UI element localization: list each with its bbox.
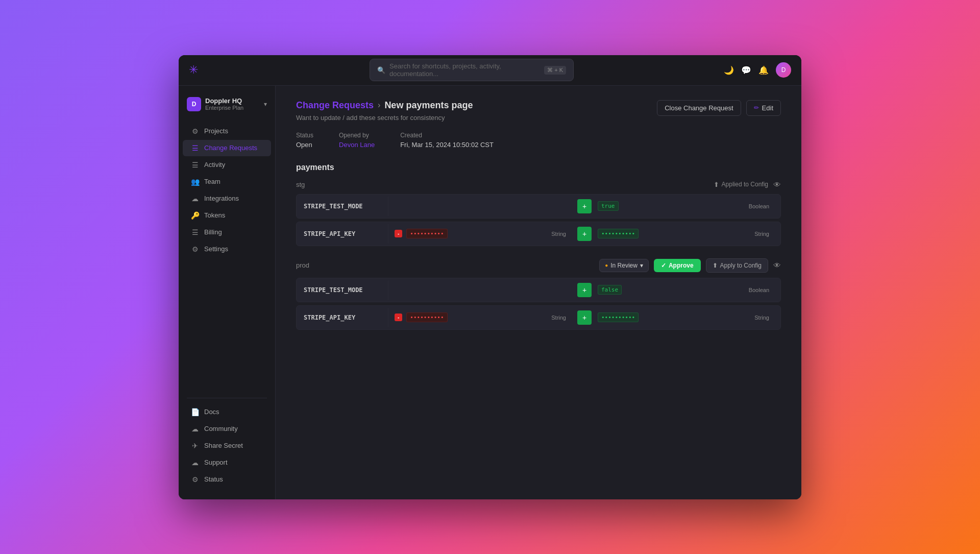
search-input-wrapper[interactable]: 🔍 Search for shortcuts, projects, activi… [370,59,574,81]
payments-section-title: payments [296,163,781,172]
add-arrow-button[interactable]: + [577,199,592,213]
table-row: STRIPE_TEST_MODE + true Boolean [296,194,781,219]
env-header-stg: stg ⬆ Applied to Config 👁 [296,180,781,189]
breadcrumb: Change Requests › New payments page [296,100,473,111]
sidebar-item-label: Support [204,459,228,466]
status-value: Open [296,141,313,149]
workspace-icon: D [187,97,201,111]
old-value-badge: •••••••••• [406,229,447,238]
status-label: Status [296,132,313,139]
add-arrow-button[interactable]: + [577,227,592,241]
main-layout: D Doppler HQ Enterprise Plan ▾ ⚙ Project… [179,86,801,499]
env-name-prod: prod [296,261,309,269]
old-value-cell: - •••••••••• String [388,308,577,326]
page-description: Want to update / add these secrets for c… [296,114,473,122]
delete-badge: - [395,314,402,321]
delete-badge: - [395,230,402,237]
sidebar-item-settings[interactable]: ⚙ Settings [183,241,271,257]
env-header-prod: prod ● In Review ▾ ✓ Approve ⬆ [296,258,781,273]
sidebar-item-label: Change Requests [204,144,257,152]
sidebar-item-docs[interactable]: 📄 Docs [183,404,271,420]
sidebar-item-label: Projects [204,127,228,135]
breadcrumb-separator: › [378,101,380,110]
new-value-cell: false Boolean [592,281,780,299]
type-label: String [551,315,571,321]
eye-icon-prod[interactable]: 👁 [773,261,781,270]
in-review-button[interactable]: ● In Review ▾ [599,259,649,272]
chevron-down-icon: ▾ [640,262,643,269]
bell-icon[interactable]: 🔔 [758,65,769,75]
search-shortcut: ⌘ + K [544,66,566,75]
workspace-info: Doppler HQ Enterprise Plan [205,97,264,111]
sidebar-item-projects[interactable]: ⚙ Projects [183,123,271,139]
approve-button[interactable]: ✓ Approve [654,259,701,272]
integrations-icon: ☁ [191,195,199,203]
settings-icon: ⚙ [191,245,199,253]
created-value: Fri, Mar 15, 2024 10:50:02 CST [400,141,494,149]
eye-icon-stg[interactable]: 👁 [773,180,781,189]
approve-label: Approve [669,262,694,269]
opened-by-value[interactable]: Devon Lane [339,141,375,149]
sidebar-item-share-secret[interactable]: ✈ Share Secret [183,438,271,454]
breadcrumb-link[interactable]: Change Requests [296,100,374,111]
add-arrow-button[interactable]: + [577,283,592,297]
secrets-table-stg: STRIPE_TEST_MODE + true Boolean STRIPE_A… [296,194,781,246]
moon-icon[interactable]: 🌙 [724,65,734,75]
search-bar: 🔍 Search for shortcuts, projects, activi… [219,59,724,81]
sidebar-item-activity[interactable]: ☰ Activity [183,157,271,173]
old-value-cell [388,286,577,294]
chat-icon[interactable]: 💬 [741,65,751,75]
sidebar-item-label: Settings [204,245,228,253]
new-value-cell: •••••••••• String [592,308,780,326]
close-change-request-button[interactable]: Close Change Request [657,100,741,116]
sidebar-item-label: Tokens [204,211,225,219]
sidebar-item-change-requests[interactable]: ☰ Change Requests [183,140,271,156]
sidebar-item-team[interactable]: 👥 Team [183,174,271,190]
add-arrow-button[interactable]: + [577,310,592,325]
sidebar-item-community[interactable]: ☁ Community [183,421,271,437]
projects-icon: ⚙ [191,127,199,135]
old-value-cell [388,202,577,210]
edit-label: Edit [762,104,773,112]
type-label: String [551,231,571,237]
activity-icon: ☰ [191,161,199,169]
app-window: ✳ 🔍 Search for shortcuts, projects, acti… [179,55,801,499]
sidebar-item-label: Billing [204,228,222,236]
sidebar-item-label: Docs [204,408,219,416]
env-name-stg: stg [296,181,305,188]
sidebar-item-billing[interactable]: ☰ Billing [183,224,271,240]
meta-section: Status Open Opened by Devon Lane Created… [296,132,781,149]
new-value-cell: true Boolean [592,197,780,215]
avatar[interactable]: D [776,62,791,78]
type-label: Boolean [749,203,774,209]
old-value-cell: - •••••••••• String [388,225,577,243]
sidebar-item-tokens[interactable]: 🔑 Tokens [183,207,271,224]
applied-config-label: Applied to Config [722,181,768,188]
tokens-icon: 🔑 [191,211,199,220]
sidebar-item-label: Status [204,475,223,483]
docs-icon: 📄 [191,408,199,416]
apply-to-config-button[interactable]: ⬆ Apply to Config [706,258,768,273]
sidebar-item-label: Team [204,178,220,185]
in-review-label: In Review [610,262,638,269]
opened-by-label: Opened by [339,132,375,139]
value-badge: •••••••••• [598,229,639,238]
page-header: Change Requests › New payments page Want… [296,100,781,122]
sidebar-item-integrations[interactable]: ☁ Integrations [183,190,271,207]
value-badge: false [598,285,622,295]
table-row: STRIPE_TEST_MODE + false Boolean [296,278,781,302]
sidebar-item-status[interactable]: ⚙ Status [183,471,271,488]
share-secret-icon: ✈ [191,442,199,450]
topbar: ✳ 🔍 Search for shortcuts, projects, acti… [179,55,801,86]
secret-key: STRIPE_API_KEY [297,224,388,244]
edit-button[interactable]: ✏ Edit [746,100,781,116]
secret-key: STRIPE_TEST_MODE [297,197,388,216]
workspace-selector[interactable]: D Doppler HQ Enterprise Plan ▾ [179,93,275,115]
content-area: Change Requests › New payments page Want… [276,86,801,499]
table-row: STRIPE_API_KEY - •••••••••• String + •••… [296,222,781,246]
sidebar-item-support[interactable]: ☁ Support [183,454,271,471]
in-review-dot: ● [605,262,608,268]
old-value-badge: •••••••••• [406,312,447,322]
applied-to-config: ⬆ Applied to Config [714,181,768,188]
created-meta: Created Fri, Mar 15, 2024 10:50:02 CST [400,132,494,149]
